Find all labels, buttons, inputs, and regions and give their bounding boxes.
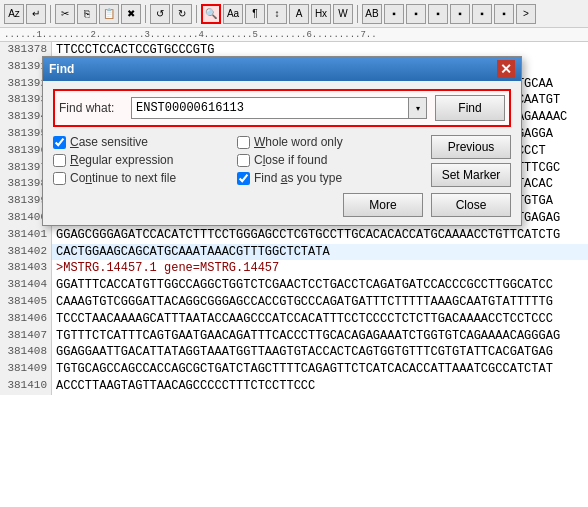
toolbar: Az ↵ ✂ ⎘ 📋 ✖ ↺ ↻ 🔍 Aa ¶ ↕ A Hx W AB ▪ ▪ …	[0, 0, 588, 28]
line-number: 381407	[0, 328, 52, 345]
line-content: >MSTRG.14457.1 gene=MSTRG.14457	[52, 260, 279, 277]
line-number: 381405	[0, 294, 52, 311]
dialog-titlebar: Find ✕	[43, 57, 521, 81]
find-button[interactable]: Find	[435, 95, 505, 121]
find-what-row: Find what: ▾ Find	[53, 89, 511, 127]
dialog-close-btn[interactable]: ✕	[497, 60, 515, 78]
line-content: CACTGGAAGCAGCATGCAAATAAACGTTTGGCTCTATA	[52, 244, 330, 261]
checkbox-col-left: Case sensitive Regular expression Contin…	[53, 135, 237, 185]
line-content: TCCCTAACAAAAGCATTTAATACCAAGCCCATCCACATTT…	[52, 311, 553, 328]
find-as-you-type-checkbox[interactable]	[237, 172, 250, 185]
table-row: 381408GGAGGAATTGACATTATAGGTAAATGGTTAAGTG…	[0, 344, 588, 361]
more-button[interactable]: More	[343, 193, 423, 217]
toolbar-enter-btn[interactable]: ↵	[26, 4, 46, 24]
dialog-title: Find	[49, 62, 74, 76]
dialog-middle: Case sensitive Regular expression Contin…	[53, 135, 511, 187]
find-dialog: Find ✕ Find what: ▾ Find Case sensitive	[42, 56, 522, 226]
line-content: GGAGGAATTGACATTATAGGTAAATGGTTAAGTGTACCAC…	[52, 344, 553, 361]
toolbar-ab-btn[interactable]: AB	[362, 4, 382, 24]
toolbar-paste-btn[interactable]: 📋	[99, 4, 119, 24]
bottom-row: More Close	[53, 193, 511, 217]
table-row: 381402CACTGGAAGCAGCATGCAAATAAACGTTTGGCTC…	[0, 244, 588, 261]
toolbar-box2-btn[interactable]: ▪	[406, 4, 426, 24]
whole-word-checkbox[interactable]	[237, 136, 250, 149]
regular-expression-label: Regular expression	[70, 153, 173, 167]
find-what-input[interactable]	[131, 97, 409, 119]
line-number: 381401	[0, 227, 52, 244]
set-marker-button[interactable]: Set Marker	[431, 163, 511, 187]
line-number: 381403	[0, 260, 52, 277]
table-row: 381405CAAAGTGTCGGGATTACAGGCGGGAGCCACCGTG…	[0, 294, 588, 311]
toolbar-w-btn[interactable]: W	[333, 4, 353, 24]
line-content: TGTTTCTCATTTCAGTGAATGAACAGATTTCACCCTTGCA…	[52, 328, 560, 345]
toolbar-more-btn[interactable]: >	[516, 4, 536, 24]
toolbar-sort-btn[interactable]: ↕	[267, 4, 287, 24]
table-row: 381406TCCCTAACAAAAGCATTTAATACCAAGCCCATCC…	[0, 311, 588, 328]
ruler: ......1.........2.........3.........4...…	[0, 28, 588, 42]
line-number: 381402	[0, 244, 52, 261]
dialog-body: Find what: ▾ Find Case sensitive Reg	[43, 81, 521, 225]
dialog-buttons: Previous Set Marker	[431, 135, 511, 187]
case-sensitive-item: Case sensitive	[53, 135, 237, 149]
line-content: GGAGCGGGAGATCCACATCTTTCCTGGGAGCCTCGTGCCT…	[52, 227, 560, 244]
case-sensitive-label: Case sensitive	[70, 135, 148, 149]
table-row: 381401GGAGCGGGAGATCCACATCTTTCCTGGGAGCCTC…	[0, 227, 588, 244]
toolbar-aa-btn[interactable]: Aa	[223, 4, 243, 24]
regular-expression-checkbox[interactable]	[53, 154, 66, 167]
line-number: 381409	[0, 361, 52, 378]
close-if-found-item: Close if found	[237, 153, 421, 167]
close-if-found-checkbox[interactable]	[237, 154, 250, 167]
continue-next-item: Continue to next file	[53, 171, 237, 185]
toolbar-find-btn[interactable]: 🔍	[201, 4, 221, 24]
toolbar-az-btn[interactable]: Az	[4, 4, 24, 24]
line-number: 381410	[0, 378, 52, 395]
line-content: TGTGCAGCCAGCCACCAGCGCTGATCTAGCTTTTCAGAGT…	[52, 361, 553, 378]
table-row: 381403>MSTRG.14457.1 gene=MSTRG.14457	[0, 260, 588, 277]
line-number: 381406	[0, 311, 52, 328]
toolbar-para-btn[interactable]: ¶	[245, 4, 265, 24]
find-as-you-type-label: Find as you type	[254, 171, 342, 185]
toolbar-undo-btn[interactable]: ↺	[150, 4, 170, 24]
continue-next-checkbox[interactable]	[53, 172, 66, 185]
table-row: 381410ACCCTTAAGTAGTTAACAGCCCCCTTTCTCCTTC…	[0, 378, 588, 395]
toolbar-box4-btn[interactable]: ▪	[450, 4, 470, 24]
dropdown-arrow-icon[interactable]: ▾	[409, 97, 427, 119]
toolbar-sep1	[50, 5, 51, 23]
table-row: 381407TGTTTCTCATTTCAGTGAATGAACAGATTTCACC…	[0, 328, 588, 345]
line-content: CAAAGTGTCGGGATTACAGGCGGGAGCCACCGTGCCCAGA…	[52, 294, 553, 311]
regular-expression-item: Regular expression	[53, 153, 237, 167]
close-button[interactable]: Close	[431, 193, 511, 217]
whole-word-item: Whole word only	[237, 135, 421, 149]
toolbar-sep3	[196, 5, 197, 23]
checkboxes-area: Case sensitive Regular expression Contin…	[53, 135, 421, 185]
toolbar-delete-btn[interactable]: ✖	[121, 4, 141, 24]
find-what-label: Find what:	[59, 101, 131, 115]
content-area: 381378TTCCCTCCACTCCGTGCCCGTG381391>ENST0…	[0, 42, 588, 507]
line-number: 381408	[0, 344, 52, 361]
ruler-text: ......1.........2.........3.........4...…	[4, 30, 377, 40]
previous-button[interactable]: Previous	[431, 135, 511, 159]
continue-next-label: Continue to next file	[70, 171, 176, 185]
case-sensitive-checkbox[interactable]	[53, 136, 66, 149]
toolbar-box5-btn[interactable]: ▪	[472, 4, 492, 24]
toolbar-sep4	[357, 5, 358, 23]
toolbar-copy-btn[interactable]: ⎘	[77, 4, 97, 24]
toolbar-a-btn[interactable]: A	[289, 4, 309, 24]
line-content: ACCCTTAAGTAGTTAACAGCCCCCTTTCTCCTTCCC	[52, 378, 315, 395]
find-as-you-type-item: Find as you type	[237, 171, 421, 185]
checkbox-col-right: Whole word only Close if found Find as y…	[237, 135, 421, 185]
toolbar-sep2	[145, 5, 146, 23]
toolbar-box1-btn[interactable]: ▪	[384, 4, 404, 24]
toolbar-hx-btn[interactable]: Hx	[311, 4, 331, 24]
toolbar-redo-btn[interactable]: ↻	[172, 4, 192, 24]
toolbar-box6-btn[interactable]: ▪	[494, 4, 514, 24]
close-if-found-label: Close if found	[254, 153, 327, 167]
line-number: 381404	[0, 277, 52, 294]
toolbar-cut-btn[interactable]: ✂	[55, 4, 75, 24]
whole-word-label: Whole word only	[254, 135, 343, 149]
toolbar-box3-btn[interactable]: ▪	[428, 4, 448, 24]
table-row: 381409TGTGCAGCCAGCCACCAGCGCTGATCTAGCTTTT…	[0, 361, 588, 378]
table-row: 381404GGATTTCACCATGTTGGCCAGGCTGGTCTCGAAC…	[0, 277, 588, 294]
line-content: GGATTTCACCATGTTGGCCAGGCTGGTCTCGAACTCCTGA…	[52, 277, 553, 294]
